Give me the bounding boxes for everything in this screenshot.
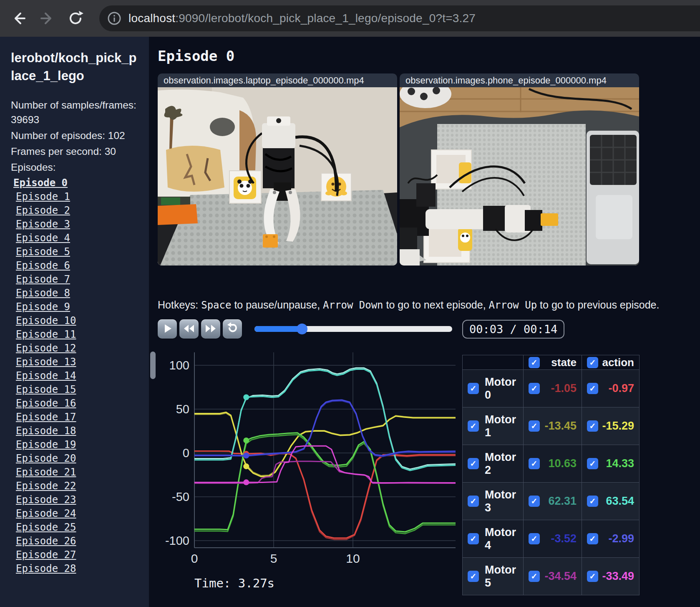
forward-arrow-icon[interactable] xyxy=(38,9,57,28)
cursor-dot xyxy=(243,438,249,443)
action-checkbox[interactable] xyxy=(587,383,598,394)
action-value: 14.33 xyxy=(606,457,634,470)
motor-label-cell: Motor 0 xyxy=(463,370,524,407)
episode-link[interactable]: Episode 9 xyxy=(16,300,139,314)
action-value: -0.97 xyxy=(608,382,634,395)
episode-link[interactable]: Episode 19 xyxy=(16,438,139,452)
video-panel-phone[interactable]: observation.images.phone_episode_000000.… xyxy=(400,73,639,266)
motor-checkbox[interactable] xyxy=(468,496,479,507)
state-checkbox[interactable] xyxy=(529,458,540,469)
state-cell: 62.31 xyxy=(524,483,582,520)
episode-link[interactable]: Episode 10 xyxy=(16,314,139,328)
y-tick-label: -50 xyxy=(172,490,189,503)
action-checkbox[interactable] xyxy=(587,533,598,544)
motor-label: Motor 1 xyxy=(485,413,518,439)
episode-link[interactable]: Episode 28 xyxy=(16,562,139,576)
loop-icon xyxy=(226,322,239,336)
dataset-title: lerobot/koch_pick_place_1_lego xyxy=(11,49,139,85)
state-value: -13.45 xyxy=(544,420,577,432)
back-arrow-icon[interactable] xyxy=(9,9,28,28)
slider-thumb[interactable] xyxy=(297,324,307,334)
motor-checkbox[interactable] xyxy=(468,458,479,469)
sidebar-scrollbar-thumb[interactable] xyxy=(150,352,156,379)
episode-link[interactable]: Episode 7 xyxy=(16,273,139,286)
state-checkbox[interactable] xyxy=(529,533,540,544)
x-tick-label: 10 xyxy=(346,551,360,565)
lego-brick xyxy=(263,234,278,248)
state-checkbox[interactable] xyxy=(529,571,540,582)
video-header: observation.images.laptop_episode_000000… xyxy=(158,73,397,87)
state-cell: -13.45 xyxy=(524,407,582,445)
action-checkbox[interactable] xyxy=(587,458,598,469)
episode-link[interactable]: Episode 4 xyxy=(16,231,139,245)
episode-link[interactable]: Episode 26 xyxy=(16,534,139,548)
motor-checkbox[interactable] xyxy=(468,420,479,432)
sidebar: lerobot/koch_pick_place_1_lego Number of… xyxy=(0,37,149,607)
episode-link[interactable]: Episode 20 xyxy=(16,452,139,465)
state-cell: -3.52 xyxy=(524,520,582,558)
action-column-checkbox[interactable] xyxy=(587,357,598,368)
state-value: -1.05 xyxy=(551,382,577,395)
episode-link[interactable]: Episode 21 xyxy=(16,465,139,479)
action-checkbox[interactable] xyxy=(587,571,598,582)
episode-link[interactable]: Episode 18 xyxy=(16,424,139,438)
video-panel-laptop[interactable]: observation.images.laptop_episode_000000… xyxy=(158,73,397,266)
rewind-button[interactable] xyxy=(179,319,199,339)
episode-link[interactable]: Episode 27 xyxy=(16,548,139,562)
episode-link[interactable]: Episode 8 xyxy=(16,286,139,300)
loop-button[interactable] xyxy=(223,319,242,339)
episode-link[interactable]: Episode 16 xyxy=(16,397,139,410)
fast-forward-button[interactable] xyxy=(201,319,220,339)
episode-link[interactable]: Episode 0 xyxy=(13,176,139,190)
episode-link[interactable]: Episode 12 xyxy=(16,341,139,355)
hotkey-arrow-down: Arrow Down xyxy=(323,299,383,311)
laptop-camera-video xyxy=(158,87,397,266)
state-column-checkbox[interactable] xyxy=(529,357,540,368)
y-tick-label: 0 xyxy=(183,446,189,460)
episode-link[interactable]: Episode 3 xyxy=(16,218,139,231)
episode-link[interactable]: Episode 14 xyxy=(16,369,139,383)
action-cell: -15.29 xyxy=(582,407,640,445)
episode-link[interactable]: Episode 1 xyxy=(16,190,139,204)
action-checkbox[interactable] xyxy=(587,420,598,432)
info-icon[interactable] xyxy=(106,10,123,27)
episode-link[interactable]: Episode 2 xyxy=(16,204,139,218)
state-checkbox[interactable] xyxy=(529,420,540,432)
series-line xyxy=(194,368,456,469)
rewind-icon xyxy=(183,323,195,335)
motor-checkbox[interactable] xyxy=(468,383,479,394)
fast-forward-icon xyxy=(204,323,217,335)
episode-link[interactable]: Episode 25 xyxy=(16,521,139,534)
state-value: 62.31 xyxy=(548,495,577,508)
episode-link[interactable]: Episode 13 xyxy=(16,355,139,369)
episode-link[interactable]: Episode 15 xyxy=(16,383,139,397)
episode-link[interactable]: Episode 17 xyxy=(16,410,139,424)
seek-slider[interactable] xyxy=(254,326,452,332)
episode-link[interactable]: Episode 24 xyxy=(16,507,139,521)
phone-camera-video xyxy=(400,87,639,266)
address-bar[interactable]: localhost:9090/lerobot/koch_pick_place_1… xyxy=(99,5,700,31)
episode-link[interactable]: Episode 6 xyxy=(16,259,139,273)
cursor-dot xyxy=(243,479,249,485)
play-button[interactable] xyxy=(158,319,177,339)
action-checkbox[interactable] xyxy=(587,496,598,507)
browser-toolbar: localhost:9090/lerobot/koch_pick_place_1… xyxy=(0,0,700,37)
current-time-label: Time: 3.27s xyxy=(194,576,456,590)
episode-link[interactable]: Episode 22 xyxy=(16,479,139,493)
episode-link[interactable]: Episode 11 xyxy=(16,328,139,341)
state-checkbox[interactable] xyxy=(529,383,540,394)
hotkeys-help: Hotkeys: Space to pause/unpause, Arrow D… xyxy=(158,299,700,311)
episode-link[interactable]: Episode 23 xyxy=(16,493,139,507)
empty-header-cell xyxy=(463,355,524,370)
state-checkbox[interactable] xyxy=(529,496,540,507)
chart-canvas[interactable]: 100500-50-1000510 xyxy=(158,352,456,569)
motor-checkbox[interactable] xyxy=(468,571,479,582)
reload-icon[interactable] xyxy=(66,9,85,28)
motor-label: Motor 0 xyxy=(485,376,518,402)
episodes-label: Episodes: xyxy=(11,160,139,175)
motor-checkbox[interactable] xyxy=(468,533,479,544)
episode-link[interactable]: Episode 5 xyxy=(16,245,139,259)
action-cell: 63.54 xyxy=(582,483,640,520)
table-header-row: state action xyxy=(463,355,640,370)
motor-label-cell: Motor 3 xyxy=(463,483,524,520)
